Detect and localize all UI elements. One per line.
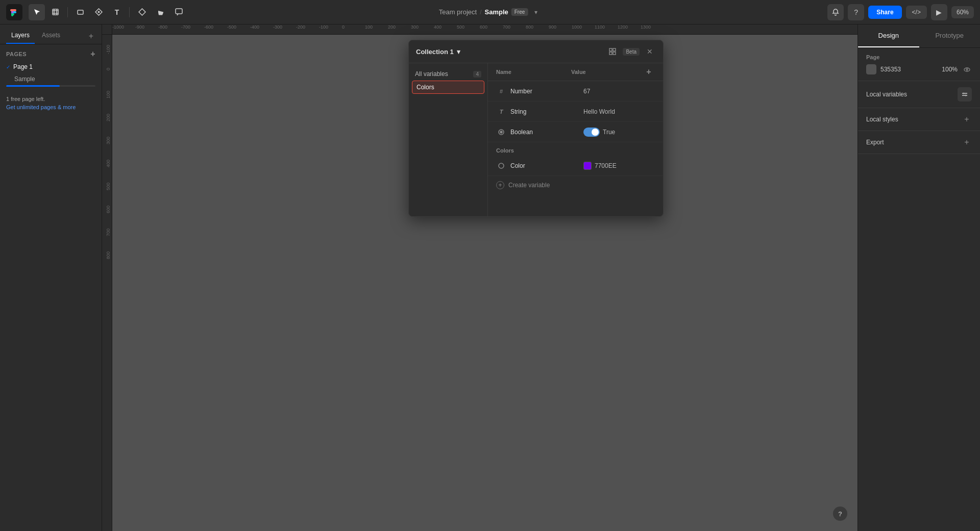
svg-point-14 (500, 131, 502, 133)
page-opacity-value: 100% (942, 66, 958, 73)
grid-view-btn[interactable] (606, 45, 619, 58)
hand-tool[interactable] (152, 4, 168, 20)
export-section: Export + (858, 131, 980, 154)
notifications-btn[interactable] (827, 4, 844, 20)
page-visibility-btn[interactable] (962, 64, 972, 74)
move-tool[interactable] (29, 4, 45, 20)
pages-section-label: Pages + (0, 44, 102, 61)
plan-badge: Free (511, 8, 528, 16)
text-tool[interactable]: T (109, 4, 125, 20)
local-styles-row: Local styles + (866, 114, 972, 124)
modal-header-actions: Beta ✕ (606, 45, 656, 58)
svg-rect-12 (613, 52, 616, 55)
number-var-name: Number (510, 88, 583, 95)
svg-point-21 (965, 95, 967, 96)
modal-content: Name Value + # Number 67 T (488, 63, 663, 216)
color-swatch[interactable] (583, 162, 592, 170)
add-variable-header-btn[interactable]: + (643, 67, 655, 77)
create-variable-plus-icon: + (496, 181, 504, 189)
present-btn[interactable]: ▶ (931, 4, 947, 20)
file-info: Team project / Sample Free ▾ (439, 7, 542, 17)
file-name: Sample (484, 8, 508, 16)
create-variable-btn[interactable]: + Create variable (488, 176, 663, 194)
export-label: Export (866, 139, 884, 146)
tab-assets[interactable]: Assets (37, 29, 65, 44)
svg-rect-8 (176, 9, 182, 14)
layer-sample[interactable]: Sample (0, 73, 102, 85)
table-row-string[interactable]: T String Hello World (488, 102, 663, 122)
boolean-toggle[interactable] (583, 128, 600, 137)
svg-rect-5 (78, 10, 83, 14)
left-tabs: Layers Assets + (0, 24, 102, 44)
ruler-corner (102, 24, 112, 35)
page-color-swatch[interactable] (866, 64, 876, 74)
create-variable-label: Create variable (508, 182, 550, 189)
ruler-horizontal: -1000 -900 -800 -700 -600 -500 -400 -300… (112, 24, 857, 35)
add-page-btn[interactable]: + (87, 29, 95, 44)
boolean-var-value: True (583, 128, 655, 137)
pen-tool[interactable] (90, 4, 107, 20)
sidebar-all-variables[interactable]: All variables 4 (409, 67, 487, 81)
color-type-icon (496, 161, 506, 171)
svg-rect-9 (609, 48, 612, 51)
toolbar-right: ? Share </> ▶ 60% (827, 4, 974, 20)
left-panel: Layers Assets + Pages + ✓ Page 1 Sample … (0, 24, 102, 531)
canvas-area[interactable]: -1000 -900 -800 -700 -600 -500 -400 -300… (102, 24, 857, 531)
upgrade-link[interactable]: Get unlimited pages & more (6, 104, 76, 110)
string-var-value: Hello World (583, 108, 655, 115)
svg-point-17 (966, 69, 968, 70)
help-corner-btn[interactable]: ? (833, 507, 847, 521)
comment-tool[interactable] (170, 4, 187, 20)
modal-header: Collection 1 ▾ Beta ✕ (409, 40, 663, 63)
modal-sidebar: All variables 4 Colors (409, 63, 488, 216)
collection-dropdown[interactable]: Collection 1 ▾ (416, 48, 460, 56)
add-local-style-btn[interactable]: + (962, 114, 972, 124)
local-styles-section: Local styles + (858, 108, 980, 131)
table-row-boolean[interactable]: Boolean True (488, 122, 663, 142)
right-tabs: Design Prototype (858, 24, 980, 48)
file-menu-btn[interactable]: ▾ (531, 7, 541, 17)
code-button[interactable]: </> (906, 6, 927, 19)
components-tool[interactable] (134, 4, 150, 20)
ruler-vertical: -100 0 100 200 300 400 500 600 700 800 (102, 35, 112, 531)
svg-marker-7 (139, 9, 145, 15)
svg-point-15 (499, 163, 504, 168)
page-item-page1[interactable]: ✓ Page 1 (0, 61, 102, 73)
share-button[interactable]: Share (868, 6, 901, 19)
page-limit-bar (6, 85, 95, 87)
toolbar-sep-2 (129, 7, 130, 17)
page-color-value: 535353 (880, 66, 901, 73)
upgrade-box: 1 free page left. Get unlimited pages & … (6, 91, 95, 115)
page-section: Page 535353 100% (858, 48, 980, 81)
figma-logo[interactable] (6, 4, 22, 20)
project-name: Team project (439, 8, 477, 16)
add-export-btn[interactable]: + (962, 137, 972, 147)
table-row-number[interactable]: # Number 67 (488, 81, 663, 102)
table-row-color[interactable]: Color 7700EE (488, 156, 663, 176)
page-check-icon: ✓ (6, 64, 10, 70)
local-variables-btn[interactable] (958, 87, 972, 102)
export-row: Export + (866, 137, 972, 147)
svg-rect-11 (609, 52, 612, 55)
colors-section-header: Colors (488, 142, 663, 156)
local-variables-section: Local variables (858, 81, 980, 108)
page-section-label: Page (866, 54, 972, 60)
tab-prototype[interactable]: Prototype (919, 24, 981, 47)
shape-tool[interactable] (72, 4, 88, 20)
col-value-header: Value (571, 69, 643, 75)
sidebar-colors[interactable]: Colors (412, 81, 484, 94)
help-btn[interactable]: ? (848, 4, 864, 20)
add-page-icon[interactable]: + (90, 49, 95, 59)
toolbar-sep-1 (67, 7, 68, 17)
col-name-header: Name (496, 69, 571, 75)
svg-point-6 (97, 11, 100, 13)
tab-design[interactable]: Design (858, 24, 919, 47)
toolbar: T Team project / Sample Free ▾ ? Share <… (0, 0, 980, 24)
upgrade-text: 1 free page left. (6, 95, 95, 104)
zoom-display[interactable]: 60% (951, 6, 974, 18)
collection-name: Collection 1 (416, 48, 454, 56)
close-modal-btn[interactable]: ✕ (644, 45, 656, 58)
frame-tool[interactable] (47, 4, 63, 20)
tab-layers[interactable]: Layers (6, 29, 35, 44)
local-variables-row: Local variables (866, 87, 972, 102)
